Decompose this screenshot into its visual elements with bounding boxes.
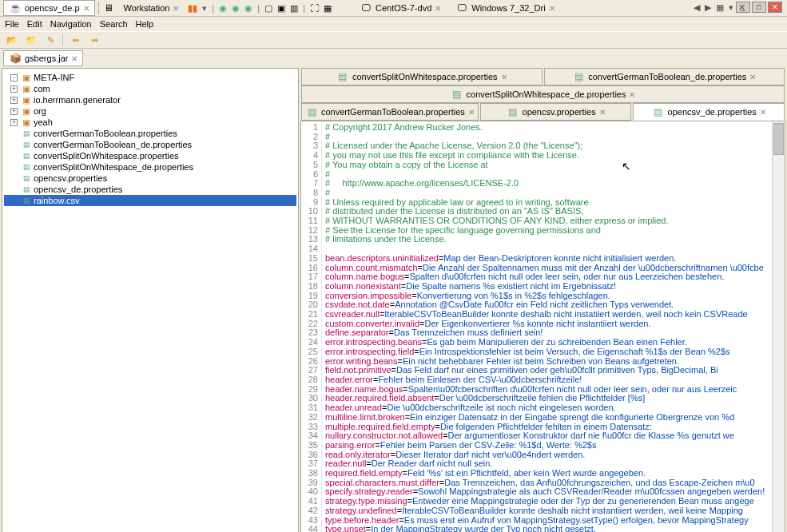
close-icon[interactable]: ✕ [599, 108, 606, 117]
tree-toggle-icon[interactable]: + [10, 108, 18, 115]
tree-label: opencsv.properties [34, 173, 107, 184]
open2-icon[interactable]: 📁 [24, 33, 38, 47]
separator-icon: | [257, 3, 260, 13]
editor-tab[interactable]: ▤opencsv.properties✕ [480, 103, 632, 121]
close-icon[interactable]: ✕ [629, 90, 635, 99]
tab-nav-arrows: ◀ ▶ ▦ ▾ ✕ [694, 2, 745, 13]
tree-label: yeah [34, 117, 53, 128]
tab-next-icon[interactable]: ▶ [705, 2, 711, 13]
workstation-app-icon: 🖥 [102, 2, 115, 14]
box3-icon[interactable]: ▥ [290, 3, 298, 14]
editor-tab[interactable]: ▤opencsv_de.properties✕ [633, 103, 785, 121]
project-tree[interactable]: -▣META-INF+▣com+▣io.herrmann.generator+▣… [2, 69, 298, 209]
editor-tab[interactable]: ▤convertGermanToBoolean.properties✕ [301, 103, 479, 121]
pause-icon[interactable]: ▮▮ [188, 3, 197, 14]
tab-label: CentOS-7-dvd [376, 3, 431, 13]
editor-tab-label: convertGermanToBoolean_de.properties [588, 72, 746, 81]
tree-item[interactable]: ▤rainbow.csv [4, 195, 296, 206]
tree-toggle-icon[interactable]: + [10, 119, 18, 126]
dropdown-icon[interactable]: ▾ [202, 3, 207, 14]
open-icon[interactable]: 📂 [5, 33, 19, 47]
close-icon[interactable]: ✕ [468, 108, 475, 117]
app-tab-strip: ☕ opencsv_de.p ✕ 🖥 Workstation ✕ ▮▮ ▾ | … [0, 0, 787, 17]
back-icon[interactable]: ⬅ [68, 33, 82, 47]
tab-grid-icon[interactable]: ▦ [716, 2, 724, 13]
close-icon[interactable]: ✕ [71, 54, 78, 63]
close-icon[interactable]: ✕ [760, 108, 766, 117]
tree-item[interactable]: ▤convertSplitOnWhitespace.properties [4, 150, 296, 161]
tree-toggle-icon[interactable]: - [10, 74, 18, 81]
tree-item[interactable]: ▤convertSplitOnWhitespace_de.properties [4, 161, 296, 173]
tree-label: com [34, 83, 50, 94]
app-tab-workstation[interactable]: Workstation ✕ [118, 2, 185, 14]
editor-tab[interactable]: ▤convertSplitOnWhitespace_de.properties✕ [301, 85, 785, 103]
forward-icon[interactable]: ➡ [87, 33, 101, 47]
snapshot-icon[interactable]: ◉ [219, 3, 227, 14]
close-icon[interactable]: ✕ [435, 4, 441, 13]
project-tab-bar: 📦 gsbergs.jar ✕ [0, 49, 787, 66]
editor-tab-label: convertSplitOnWhitespace.properties [352, 72, 498, 81]
vm-tab-centos[interactable]: 🖵 CentOS-7-dvd ✕ [354, 0, 447, 16]
tree-toggle-icon[interactable]: + [10, 97, 18, 104]
tree-label: convertSplitOnWhitespace.properties [34, 150, 179, 161]
box1-icon[interactable]: ▢ [264, 3, 272, 14]
editor-body: 1234567891011121314151617181920212223242… [300, 121, 785, 532]
tree-item[interactable]: +▣yeah [4, 117, 296, 128]
tree-item[interactable]: ▤convertGermanToBoolean.properties [4, 128, 296, 139]
close-icon[interactable]: ✕ [749, 73, 756, 81]
code-line: # http://www.apache.org/licenses/LICENSE… [325, 179, 781, 189]
file-icon: ▤ [21, 173, 32, 183]
vertical-scrollbar[interactable] [772, 121, 785, 532]
menu-navigation[interactable]: Navigation [50, 19, 92, 29]
tree-item[interactable]: ▤convertGermanToBoolean_de.properties [4, 139, 296, 150]
vm-toolbar: ▮▮ ▾ | ◉ ◉ ◉ | ▢ ▣ ▥ | ⛶ ▦ [188, 3, 332, 14]
tree-item[interactable]: +▣org [4, 105, 296, 117]
tree-item[interactable]: -▣META-INF [4, 72, 296, 83]
editor-tab[interactable]: ▤convertGermanToBoolean_de.properties✕ [544, 68, 785, 85]
tree-item[interactable]: ▤opencsv.properties [4, 173, 296, 184]
tab-label: opencsv_de.p [25, 3, 80, 13]
menu-search[interactable]: Search [100, 19, 128, 29]
menu-help[interactable]: Help [136, 19, 154, 29]
unity-icon[interactable]: ▦ [324, 3, 332, 14]
app-tab-opencsv[interactable]: ☕ opencsv_de.p ✕ [3, 0, 95, 16]
maximize-button[interactable]: □ [752, 2, 766, 13]
close-icon[interactable]: ✕ [173, 4, 179, 13]
properties-file-icon: ▤ [451, 88, 463, 101]
close-button[interactable]: ✕ [768, 2, 782, 13]
close-icon[interactable]: ✕ [501, 73, 507, 81]
file-icon: ▤ [21, 196, 32, 205]
scrollbar-thumb[interactable] [773, 123, 784, 155]
tab-prev-icon[interactable]: ◀ [694, 2, 700, 13]
package-icon: ▣ [21, 73, 32, 82]
project-tab-label: gsbergs.jar [25, 54, 68, 63]
editor-tab[interactable]: ▤convertSplitOnWhitespace.properties✕ [301, 68, 543, 85]
close-icon[interactable]: ✕ [549, 4, 555, 13]
tree-item[interactable]: +▣com [4, 83, 296, 94]
tab-close-icon[interactable]: ✕ [738, 2, 745, 13]
tree-toggle-icon[interactable]: + [10, 85, 18, 93]
close-icon[interactable]: ✕ [83, 4, 89, 13]
tree-item[interactable]: +▣io.herrmann.generator [4, 94, 296, 105]
package-icon: ▣ [21, 95, 32, 105]
tab-min-icon[interactable]: ▾ [729, 2, 733, 13]
snapshot3-icon[interactable]: ◉ [244, 3, 252, 14]
editor-tab-label: convertGermanToBoolean.properties [321, 107, 465, 117]
box2-icon[interactable]: ▣ [277, 3, 285, 14]
fullscreen-icon[interactable]: ⛶ [310, 3, 319, 13]
file-icon: ▤ [21, 162, 32, 172]
package-icon: ▣ [21, 84, 32, 93]
snapshot2-icon[interactable]: ◉ [232, 3, 240, 14]
vm-tab-windows[interactable]: 🖵 Windows 7_32_Dri ✕ [450, 0, 560, 16]
code-view[interactable]: # Copyright 2017 Andrew Rucker Jones.## … [322, 121, 785, 532]
tree-label: org [34, 105, 46, 117]
project-tab[interactable]: 📦 gsbergs.jar ✕ [3, 50, 83, 66]
menu-file[interactable]: File [5, 19, 19, 29]
tree-label: META-INF [34, 72, 74, 83]
menu-edit[interactable]: Edit [27, 19, 42, 29]
tree-item[interactable]: ▤opencsv_de.properties [4, 184, 296, 195]
code-line: # limitations under the License. [325, 235, 781, 244]
package-icon: ▣ [21, 106, 32, 116]
separator [98, 2, 99, 14]
wand-icon[interactable]: ✎ [43, 33, 58, 47]
